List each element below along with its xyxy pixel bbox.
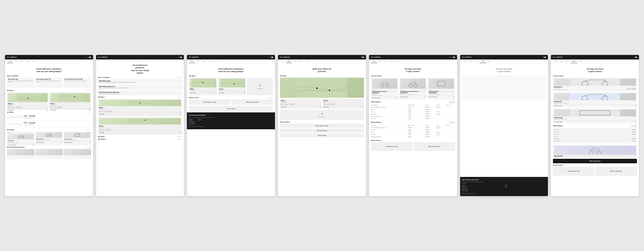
ride-item-1-1[interactable]: 3.6 km 18.5 km/hrAverage speed Today at … (7, 121, 91, 128)
view-details-4-0[interactable]: View details (281, 106, 320, 108)
bike-info-4-0[interactable]: Blitzen Electrified X2 Mileage781 km Col… (280, 99, 321, 109)
qa-make-appt-7[interactable]: Make an appointment (595, 167, 637, 176)
large-order-7-2[interactable]: 2 Pannier bags Estimated delivery: Unkno… (553, 108, 637, 123)
rec-product-1-0[interactable] (7, 149, 34, 159)
cur-order-5-0[interactable]: Shipping Electrified X3 + Front carrier … (371, 78, 398, 100)
bikes-link-1[interactable]: See more › (86, 90, 91, 91)
view-order-1-0[interactable]: View order details (8, 144, 34, 146)
rides-link-1[interactable]: See more › (86, 111, 91, 113)
tab-orders-6[interactable]: Orders (480, 59, 486, 63)
tab-home-7[interactable]: Home (553, 59, 559, 63)
add-bike-card-3[interactable]: + Add new bike (247, 78, 273, 95)
order-card-1-0[interactable]: Shipping Electrified X3 + Front carrier … (7, 132, 34, 145)
news-link-2[interactable]: See more › (177, 77, 182, 78)
nav-toggle-3[interactable] (270, 56, 273, 58)
sort-by-5[interactable]: Sort by ▾ (449, 101, 455, 103)
tab-bikes-5[interactable]: Bikes (377, 59, 383, 63)
view-order-7-1[interactable]: View order details (554, 104, 636, 106)
tab-rides-4[interactable]: Rides (292, 59, 298, 63)
order-card-1-2[interactable]: 2 Pannier bags Estimated delivery: Unkno… (63, 132, 91, 145)
cur-order-5-2[interactable]: Shipping 2 Pannier bags Estimated delive… (428, 78, 455, 100)
order-card-1-1[interactable]: 2 Electrified S3s Estimated delivery: De… (35, 132, 63, 145)
tab-orders-3[interactable]: Orders (207, 59, 213, 63)
bike-card-3-1[interactable]: Donner VanMoof X3 View details (218, 78, 246, 95)
nav-toggle-6[interactable] (543, 56, 546, 58)
qa-btn-missing-4[interactable]: Mark a bike as missing (280, 124, 364, 128)
news-link-1[interactable]: See all › (87, 75, 91, 76)
qa-btn-appointment-3[interactable]: Make an appointment (231, 99, 273, 105)
tab-home-6[interactable]: Home (462, 59, 468, 63)
orders-link-2[interactable]: See more › (177, 139, 182, 140)
news-card-1-2[interactable]: Check Donner's back fender bolts Make su… (63, 78, 91, 88)
qa-link-3[interactable]: See more › (268, 97, 273, 98)
ride-item-1-0[interactable]: 3.6 km 18.5 km/hrAverage speed Today at … (7, 114, 91, 121)
view-cur-order-5-0[interactable]: View order details (372, 97, 397, 99)
tab-rides-3[interactable]: Rides (201, 59, 207, 63)
bike-info-4-1[interactable]: Donner VanMoof X3 Mileage16 km ColorLigh… (323, 99, 364, 109)
qa-help-order-7[interactable]: Get help with an order (553, 167, 594, 176)
sort-by-7[interactable]: Sort by ▾ (631, 125, 637, 127)
tab-orders-1[interactable]: Orders (25, 59, 31, 63)
qa-btn-missing-3[interactable]: Mark a bike as missing (189, 99, 230, 105)
news-card-1-0[interactable]: Bike delivery delay We'll want you to kn… (7, 78, 34, 88)
bike-card-3-0[interactable]: Blitzen Electrified X2 View details (189, 78, 217, 95)
qa-help-order-5[interactable]: Get help with an order (371, 142, 413, 151)
large-order-7-0[interactable]: Electrified X3 + Front carrier Estimated… (553, 78, 637, 91)
make-appointment-btn-7[interactable]: Make appointment (553, 159, 637, 163)
cur-order-5-1[interactable]: Shipping Electrified S3 Estimated delive… (399, 78, 427, 100)
rec-link-1[interactable]: See more › (86, 146, 91, 148)
tab-help-7[interactable]: Help (577, 59, 583, 63)
news-list-item-2-2[interactable]: Check Donner's back fender bolts Make su… (98, 90, 182, 96)
view-details-2-1[interactable]: View details (99, 131, 181, 133)
popup-checkbox-6[interactable] (462, 193, 464, 194)
nav-toggle-1[interactable] (88, 56, 91, 58)
news-list-item-2-0[interactable]: Bike delivery delay We are sorry your de… (98, 79, 182, 84)
bike-card-2-0[interactable]: Blitzen Electrified X2 Mileage781 km Col… (98, 99, 182, 116)
news-list-item-2-1[interactable]: New firmware update 1.0.3 There's a new … (98, 85, 182, 90)
tab-bikes-6[interactable]: Bikes (468, 59, 474, 63)
qa-btn-support-3[interactable]: Contact support (189, 106, 273, 111)
news-card-1-1[interactable]: New Firmware update 1.0.3 There is a new… (35, 78, 63, 88)
view-details-3-1[interactable]: View details (219, 91, 245, 93)
view-order-7-0[interactable]: View order details (627, 87, 636, 89)
tab-help-1[interactable]: Help (31, 59, 36, 63)
view-details-1-0[interactable]: View details (8, 109, 48, 111)
nav-toggle-7[interactable] (634, 56, 637, 58)
tab-rides-1[interactable]: Rides (19, 59, 25, 63)
add-bike-4[interactable]: + Add new bike (280, 110, 364, 120)
tab-rides-5[interactable]: Rides (383, 59, 389, 63)
tab-help-6[interactable]: Help (486, 59, 492, 63)
tab-rides-7[interactable]: Rides (565, 59, 571, 63)
orders-link-1[interactable]: See more › (86, 129, 91, 130)
view-cur-order-5-2[interactable]: View order details (429, 96, 454, 98)
view-details-1-1[interactable]: View details (50, 109, 90, 111)
tab-rides-6[interactable]: Rides (474, 59, 480, 63)
rec-product-1-2[interactable] (63, 149, 91, 159)
bike-card-1-0[interactable]: Blitzen Electrified X2 Mileage781 km Col… (7, 92, 49, 110)
tab-home-1[interactable]: Home (7, 59, 13, 63)
tab-orders-4[interactable]: Orders (298, 59, 304, 63)
nav-toggle-5[interactable] (452, 56, 455, 58)
tab-help-5[interactable]: Help (395, 59, 400, 63)
qa-make-appt-5[interactable]: Make an appointment (414, 142, 455, 151)
tab-home-3[interactable]: Home (189, 59, 195, 63)
view-order-7-2[interactable]: View order details (554, 120, 636, 122)
tab-orders-5[interactable]: Orders (389, 59, 395, 63)
sort-by-repair-5[interactable]: Sort by ▾ (449, 121, 455, 124)
view-cur-order-5-1[interactable]: View order details (400, 96, 426, 98)
tab-bikes-1[interactable]: Bikes (13, 59, 19, 63)
qa-btn-support-4[interactable]: Contact support (280, 133, 364, 137)
view-details-3-0[interactable]: View details (190, 91, 216, 93)
tab-help-3[interactable]: Help (213, 59, 219, 63)
tab-home-5[interactable]: Home (371, 59, 377, 63)
large-order-7-1[interactable]: Electrified 53 Estimated delivery: Decem… (553, 92, 637, 107)
view-details-4-1[interactable]: View details (324, 106, 363, 108)
tab-bikes-3[interactable]: Bikes (195, 59, 201, 63)
bikes-link-2[interactable]: See more › (177, 97, 182, 98)
tab-help-4[interactable]: Help (304, 59, 309, 63)
bike-card-1-1[interactable]: Donner VanMoof X3 Mileage16 km ColorLigh… (49, 92, 91, 110)
qa-btn-appointment-4[interactable]: Make appointment (280, 129, 364, 133)
rides-link-2[interactable]: See more › (177, 136, 182, 137)
tab-home-4[interactable]: Home (280, 59, 286, 63)
rec-product-1-1[interactable] (35, 149, 63, 159)
